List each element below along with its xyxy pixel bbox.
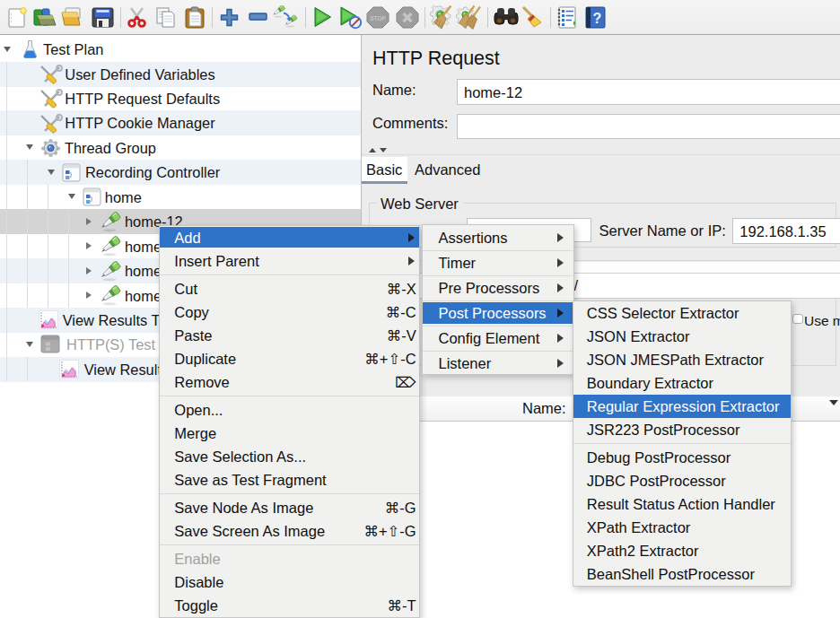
svg-text:STOP: STOP bbox=[370, 15, 386, 22]
svg-text:?: ? bbox=[593, 11, 602, 26]
